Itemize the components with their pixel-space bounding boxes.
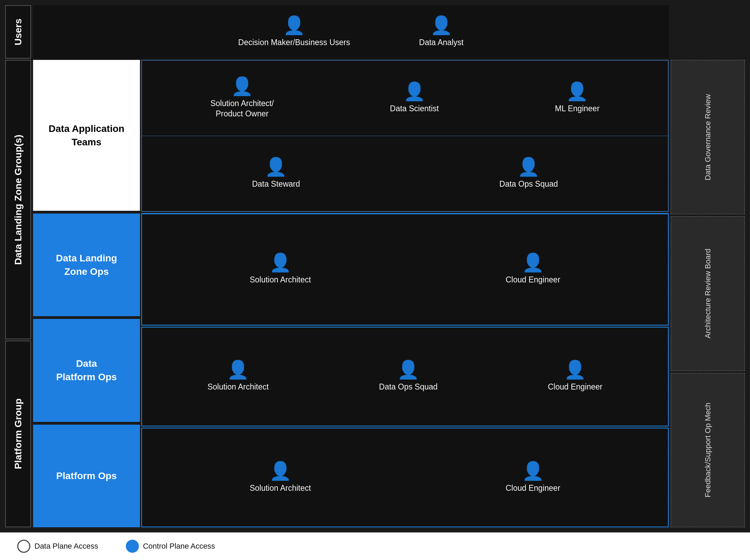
- person-data-analyst: 👤 Data Analyst: [419, 16, 464, 48]
- outer-left-labels: Users Data Landing Zone Group(s) Platfor…: [5, 5, 31, 527]
- legend-data-plane: Data Plane Access: [17, 540, 98, 553]
- platform-label-text: Platform Group: [13, 398, 24, 469]
- person-label-cloud-eng-dpo: Cloud Engineer: [548, 382, 602, 392]
- person-label-data-ops-squad-dat: Data Ops Squad: [499, 179, 558, 189]
- data-landing-label-text: Data Landing Zone Group(s): [13, 135, 24, 265]
- grid-right-col: 👤 Solution Architect/Product Owner 👤 Dat…: [141, 60, 669, 527]
- person-icon-cloud-eng-dpo: 👤: [564, 361, 586, 378]
- person-label-data-analyst: Data Analyst: [419, 38, 464, 48]
- data-landing-outer-label: Data Landing Zone Group(s): [5, 60, 31, 339]
- person-data-steward: 👤 Data Steward: [252, 158, 300, 189]
- person-label-data-scientist: Data Scientist: [390, 104, 439, 114]
- person-icon-data-scientist: 👤: [403, 82, 426, 100]
- legend-control-plane-label: Control Plane Access: [143, 542, 215, 551]
- right-label-architecture-review-text: Architecture Review Board: [703, 249, 712, 338]
- person-icon-ml-engineer: 👤: [566, 82, 588, 100]
- person-data-scientist: 👤 Data Scientist: [390, 82, 439, 114]
- users-label-text: Users: [13, 19, 24, 45]
- data-platform-ops-row: 👤 Solution Architect 👤 Data Ops Squad 👤 …: [141, 327, 669, 426]
- label-platform-ops-text: Platform Ops: [56, 469, 117, 483]
- person-label-sa-dlz: Solution Architect: [250, 275, 311, 285]
- legend-control-plane: Control Plane Access: [126, 540, 215, 553]
- person-icon-sa-po: 👤: [231, 77, 253, 95]
- person-data-ops-squad-dat: 👤 Data Ops Squad: [499, 158, 558, 189]
- label-platform-ops: Platform Ops: [33, 425, 140, 527]
- right-label-data-governance-text: Data Governance Review: [703, 94, 712, 180]
- main-column: 👤 Decision Maker/Business Users 👤 Data A…: [33, 5, 669, 527]
- diagram-area: Users Data Landing Zone Group(s) Platfor…: [0, 0, 750, 532]
- person-label-sa-dpo: Solution Architect: [207, 382, 269, 392]
- label-data-platform-ops: Data Platform Ops: [33, 319, 140, 422]
- right-col: Data Governance Review Architecture Revi…: [671, 5, 745, 527]
- person-label-cloud-eng-po: Cloud Engineer: [506, 483, 560, 494]
- person-decision-maker: 👤 Decision Maker/Business Users: [238, 16, 350, 48]
- person-icon-data-analyst: 👤: [430, 16, 453, 34]
- legend-control-plane-icon: [126, 540, 139, 553]
- person-icon-sa-dpo: 👤: [227, 361, 249, 378]
- dat-row-bottom: 👤 Data Steward 👤 Data Ops Squad: [142, 136, 668, 211]
- person-icon-sa-po-plat: 👤: [269, 462, 292, 480]
- person-label-sa-po-plat: Solution Architect: [250, 483, 311, 494]
- label-data-app-teams: Data Application Teams: [33, 60, 140, 211]
- label-dlz-ops-text: Data Landing Zone Ops: [56, 251, 117, 278]
- person-ml-engineer: 👤 ML Engineer: [555, 82, 600, 114]
- person-sa-dlz: 👤 Solution Architect: [250, 253, 311, 285]
- person-icon-cloud-eng-po: 👤: [522, 462, 544, 480]
- person-icon-data-steward: 👤: [265, 158, 287, 176]
- person-icon-decision-maker: 👤: [283, 16, 305, 34]
- users-outer-label: Users: [5, 5, 31, 59]
- person-label-cloud-eng-dlz: Cloud Engineer: [506, 275, 560, 285]
- dat-section: 👤 Solution Architect/Product Owner 👤 Dat…: [141, 60, 669, 212]
- legend-data-plane-label: Data Plane Access: [34, 542, 98, 551]
- person-cloud-eng-po: 👤 Cloud Engineer: [506, 462, 560, 494]
- person-solution-architect-po: 👤 Solution Architect/Product Owner: [210, 77, 274, 119]
- person-label-data-steward: Data Steward: [252, 179, 300, 189]
- person-icon-sa-dlz: 👤: [269, 253, 292, 271]
- person-label-sa-po: Solution Architect/Product Owner: [210, 98, 274, 119]
- person-label-decision-maker: Decision Maker/Business Users: [238, 38, 350, 48]
- label-dlz-ops: Data Landing Zone Ops: [33, 214, 140, 316]
- dlz-ops-section: 👤 Solution Architect 👤 Cloud Engineer: [141, 213, 669, 325]
- legend-bar: Data Plane Access Control Plane Access: [0, 532, 750, 560]
- person-icon-cloud-eng-dlz: 👤: [522, 253, 544, 271]
- person-cloud-eng-dpo: 👤 Cloud Engineer: [548, 361, 602, 392]
- grid-left-col: Data Application Teams Data Landing Zone…: [33, 60, 140, 527]
- person-label-ml-engineer: ML Engineer: [555, 104, 600, 114]
- platform-outer-label: Platform Group: [5, 341, 31, 527]
- person-icon-data-ops-squad-dpo: 👤: [397, 361, 419, 378]
- label-data-app-teams-text: Data Application Teams: [49, 122, 124, 149]
- page-wrapper: Users Data Landing Zone Group(s) Platfor…: [0, 0, 750, 560]
- right-label-feedback-support: Feedback/Support Op Mech: [671, 373, 745, 527]
- person-sa-dpo: 👤 Solution Architect: [207, 361, 269, 392]
- person-cloud-eng-dlz: 👤 Cloud Engineer: [506, 253, 560, 285]
- users-section: 👤 Decision Maker/Business Users 👤 Data A…: [33, 5, 669, 59]
- legend-data-plane-icon: [17, 540, 30, 553]
- right-label-architecture-review: Architecture Review Board: [671, 216, 745, 371]
- person-icon-data-ops-squad-dat: 👤: [517, 158, 540, 176]
- platform-ops-row: 👤 Solution Architect 👤 Cloud Engineer: [141, 428, 669, 527]
- person-data-ops-squad-dpo: 👤 Data Ops Squad: [379, 361, 438, 392]
- label-data-platform-ops-text: Data Platform Ops: [56, 357, 117, 384]
- right-label-feedback-support-text: Feedback/Support Op Mech: [703, 403, 712, 497]
- person-sa-po: 👤 Solution Architect: [250, 462, 311, 494]
- grid-section: Data Application Teams Data Landing Zone…: [33, 60, 669, 527]
- dat-row-top: 👤 Solution Architect/Product Owner 👤 Dat…: [142, 61, 668, 136]
- right-label-data-governance: Data Governance Review: [671, 60, 745, 214]
- person-label-data-ops-squad-dpo: Data Ops Squad: [379, 382, 438, 392]
- platform-section: 👤 Solution Architect 👤 Data Ops Squad 👤 …: [141, 327, 669, 527]
